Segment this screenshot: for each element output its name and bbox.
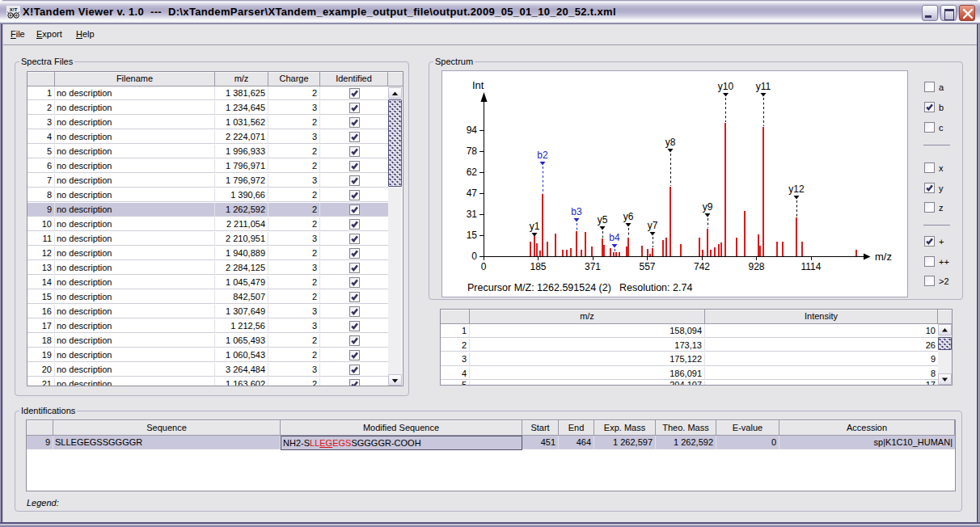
svg-text:X!T: X!T xyxy=(10,7,18,12)
